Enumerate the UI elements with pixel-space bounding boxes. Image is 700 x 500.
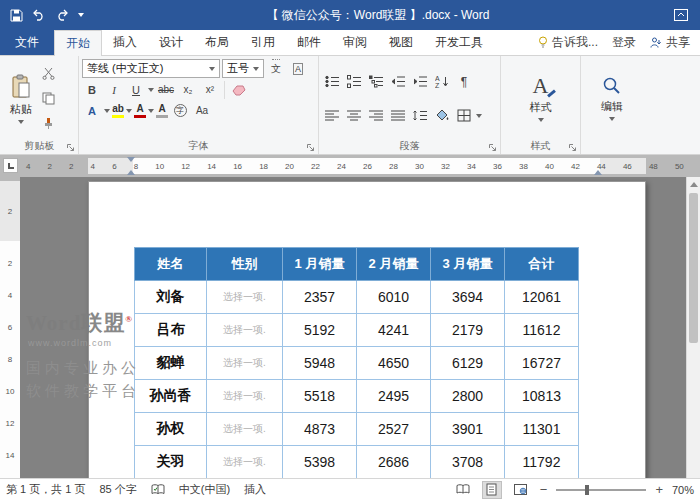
highlight-dropdown-icon[interactable] (126, 109, 132, 113)
table-cell[interactable]: 11792 (505, 446, 579, 479)
superscript-button[interactable]: x² (200, 80, 220, 99)
horizontal-ruler[interactable]: 4224681012141618202224262830323436384042… (0, 155, 700, 177)
table-header-cell[interactable]: 1 月销量 (283, 248, 357, 281)
web-layout-button[interactable] (511, 481, 531, 499)
cut-button[interactable] (38, 64, 58, 83)
customize-qat-icon[interactable] (78, 13, 84, 17)
gender-select-cell[interactable]: 选择一项. (207, 347, 283, 380)
gender-select-cell[interactable]: 选择一项. (207, 380, 283, 413)
zoom-slider[interactable] (556, 489, 646, 491)
sign-in-button[interactable]: 登录 (612, 34, 636, 51)
text-effects-button[interactable]: A (82, 101, 102, 120)
table-cell[interactable]: 16727 (505, 347, 579, 380)
tab-开发工具[interactable]: 开发工具 (424, 30, 494, 55)
gender-select-cell[interactable]: 选择一项. (207, 446, 283, 479)
tab-开始[interactable]: 开始 (54, 30, 102, 56)
page-indicator[interactable]: 第 1 页，共 1 页 (6, 482, 85, 497)
font-name-combo[interactable]: 等线 (中文正文) (82, 59, 220, 78)
tab-file[interactable]: 文件 (0, 30, 54, 55)
share-button[interactable]: 共享 (650, 34, 690, 51)
sales-table[interactable]: 姓名性别1 月销量2 月销量3 月销量合计 刘备选择一项.23576010369… (134, 247, 579, 478)
copy-button[interactable] (38, 89, 58, 108)
zoom-out-button[interactable]: − (540, 483, 548, 496)
table-cell[interactable]: 2495 (357, 380, 431, 413)
table-cell[interactable]: 孙尚香 (135, 380, 207, 413)
table-cell[interactable]: 4241 (357, 314, 431, 347)
text-highlight-button[interactable]: ab (112, 104, 124, 118)
vertical-scrollbar[interactable] (686, 177, 700, 478)
vertical-ruler[interactable]: 22468101214 (0, 177, 20, 478)
font-size-combo[interactable]: 五号 (222, 59, 264, 78)
clear-formatting-button[interactable] (229, 80, 249, 99)
align-left-button[interactable] (322, 106, 342, 125)
table-header-cell[interactable]: 2 月销量 (357, 248, 431, 281)
right-indent-marker[interactable] (594, 170, 602, 175)
line-spacing-button[interactable] (410, 106, 430, 125)
font-color-dropdown-icon[interactable] (148, 109, 154, 113)
table-cell[interactable]: 3694 (431, 281, 505, 314)
tab-审阅[interactable]: 审阅 (332, 30, 378, 55)
table-header-cell[interactable]: 性别 (207, 248, 283, 281)
text-effects-dropdown-icon[interactable] (104, 109, 110, 113)
change-case-button[interactable]: Aa (192, 101, 212, 120)
table-cell[interactable]: 10813 (505, 380, 579, 413)
decrease-indent-button[interactable] (388, 72, 408, 91)
gender-select-cell[interactable]: 选择一项. (207, 413, 283, 446)
show-formatting-marks-button[interactable]: ¶ (454, 72, 474, 91)
language-indicator[interactable]: 中文(中国) (179, 482, 230, 497)
editing-button[interactable]: 编辑 (595, 59, 629, 138)
tab-插入[interactable]: 插入 (102, 30, 148, 55)
first-line-indent-marker[interactable] (127, 157, 135, 162)
table-cell[interactable]: 4650 (357, 347, 431, 380)
table-cell[interactable]: 2357 (283, 281, 357, 314)
table-cell[interactable]: 3708 (431, 446, 505, 479)
table-cell[interactable]: 孙权 (135, 413, 207, 446)
undo-icon[interactable] (32, 9, 46, 21)
tab-布局[interactable]: 布局 (194, 30, 240, 55)
table-cell[interactable]: 11301 (505, 413, 579, 446)
tab-引用[interactable]: 引用 (240, 30, 286, 55)
table-cell[interactable]: 5948 (283, 347, 357, 380)
table-cell[interactable]: 4873 (283, 413, 357, 446)
phonetic-guide-button[interactable]: 文 (266, 59, 286, 78)
save-icon[interactable] (10, 9, 23, 22)
table-header-cell[interactable]: 3 月销量 (431, 248, 505, 281)
hanging-indent-marker[interactable] (127, 170, 135, 175)
table-cell[interactable]: 貂蝉 (135, 347, 207, 380)
ribbon-display-options-icon[interactable] (674, 9, 688, 21)
word-count[interactable]: 85 个字 (99, 482, 136, 497)
bullets-button[interactable] (322, 72, 342, 91)
italic-button[interactable]: I (104, 80, 124, 99)
styles-button[interactable]: A 样式 (524, 59, 558, 138)
zoom-slider-thumb[interactable] (585, 485, 589, 495)
insert-mode-indicator[interactable]: 插入 (244, 482, 266, 497)
character-shading-button[interactable]: A (156, 104, 168, 118)
font-dialog-launcher[interactable] (307, 144, 315, 152)
strikethrough-button[interactable]: abc (156, 80, 176, 99)
tell-me-box[interactable]: 告诉我... (538, 34, 598, 51)
scrollbar-thumb[interactable] (689, 193, 698, 343)
print-layout-button[interactable] (482, 481, 502, 499)
document-page[interactable]: 姓名性别1 月销量2 月销量3 月销量合计 刘备选择一项.23576010369… (88, 181, 646, 478)
proofing-icon[interactable] (151, 484, 165, 496)
table-header-cell[interactable]: 合计 (505, 248, 579, 281)
zoom-in-button[interactable]: + (655, 483, 663, 496)
redo-icon[interactable] (55, 9, 69, 21)
styles-dialog-launcher[interactable] (569, 144, 577, 152)
table-cell[interactable]: 2800 (431, 380, 505, 413)
borders-dropdown-icon[interactable] (476, 114, 482, 118)
table-cell[interactable]: 6129 (431, 347, 505, 380)
tab-stop-selector[interactable] (3, 158, 18, 173)
table-cell[interactable]: 刘备 (135, 281, 207, 314)
table-cell[interactable]: 关羽 (135, 446, 207, 479)
format-painter-button[interactable] (38, 114, 58, 133)
borders-button[interactable] (454, 106, 474, 125)
sort-button[interactable]: AZ (432, 72, 452, 91)
zoom-level[interactable]: 70% (672, 484, 694, 496)
gender-select-cell[interactable]: 选择一项. (207, 281, 283, 314)
align-right-button[interactable] (366, 106, 386, 125)
table-cell[interactable]: 2686 (357, 446, 431, 479)
numbering-button[interactable] (344, 72, 364, 91)
table-cell[interactable]: 2527 (357, 413, 431, 446)
font-color-button[interactable]: A (134, 104, 146, 118)
